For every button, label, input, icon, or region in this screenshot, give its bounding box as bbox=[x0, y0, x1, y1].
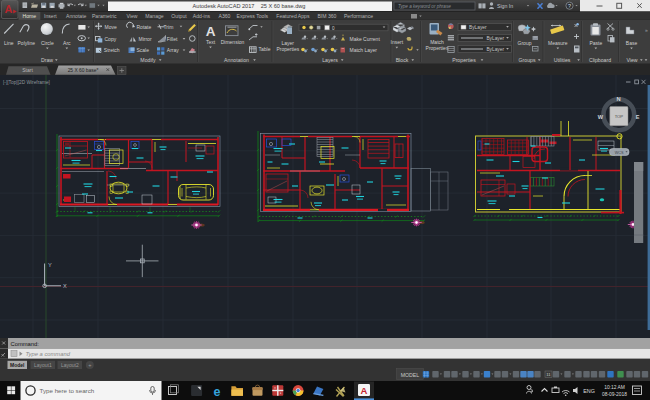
svg-text:Type a keyword or phrase: Type a keyword or phrase bbox=[398, 4, 451, 9]
svg-text:?: ? bbox=[568, 3, 571, 9]
svg-text:25 X 60 base*: 25 X 60 base* bbox=[68, 68, 99, 73]
svg-text:Properties: Properties bbox=[276, 46, 299, 52]
svg-text:Annotate: Annotate bbox=[66, 13, 87, 19]
svg-text:ByLayer: ByLayer bbox=[486, 47, 504, 52]
svg-text:[-][Top][2D Wireframe]: [-][Top][2D Wireframe] bbox=[3, 80, 50, 85]
svg-text:Text: Text bbox=[206, 39, 216, 45]
svg-text:Express Tools: Express Tools bbox=[236, 13, 268, 19]
svg-text:10:12 AM: 10:12 AM bbox=[604, 385, 625, 390]
svg-text:Fillet: Fillet bbox=[167, 36, 178, 42]
svg-text:Featured Apps: Featured Apps bbox=[276, 13, 310, 19]
svg-text:Parametric: Parametric bbox=[92, 13, 117, 19]
svg-text:N: N bbox=[616, 96, 620, 102]
svg-text:Copy: Copy bbox=[105, 36, 117, 42]
svg-text:A: A bbox=[361, 385, 368, 396]
svg-text:Add-ins: Add-ins bbox=[193, 13, 211, 19]
svg-text:Layer: Layer bbox=[282, 40, 295, 46]
svg-text:E: E bbox=[636, 114, 640, 120]
svg-text:Rotate: Rotate bbox=[137, 24, 152, 30]
svg-text:Layout1: Layout1 bbox=[34, 362, 52, 368]
svg-text:Autodesk AutoCAD 2017 25 X: Autodesk AutoCAD 2017 25 X 60 base.dwg bbox=[193, 3, 306, 9]
svg-text:Y: Y bbox=[48, 262, 52, 268]
svg-text:Draw: Draw bbox=[41, 57, 53, 63]
svg-text:Layers: Layers bbox=[322, 57, 338, 63]
svg-text:Circle: Circle bbox=[41, 40, 54, 46]
svg-text:Mirror: Mirror bbox=[139, 36, 152, 42]
svg-text:+: + bbox=[88, 362, 91, 368]
svg-text:»: » bbox=[645, 27, 648, 33]
svg-text:Stretch: Stretch bbox=[104, 47, 120, 53]
svg-text:X: X bbox=[63, 283, 67, 289]
svg-text:Properties: Properties bbox=[452, 57, 476, 63]
svg-text:Base: Base bbox=[626, 40, 638, 46]
svg-text:Insert: Insert bbox=[391, 39, 404, 45]
svg-text:Trim: Trim bbox=[164, 24, 174, 30]
svg-text:Make Current: Make Current bbox=[350, 36, 381, 42]
svg-text:Line: Line bbox=[4, 40, 14, 46]
svg-text:Home: Home bbox=[23, 13, 37, 19]
svg-text:ByLayer: ByLayer bbox=[469, 25, 487, 30]
svg-text:A: A bbox=[206, 24, 216, 39]
svg-text:e: e bbox=[213, 385, 220, 399]
svg-text:MODEL: MODEL bbox=[401, 372, 420, 378]
svg-text:Arc: Arc bbox=[63, 40, 71, 46]
svg-text:ByLayer: ByLayer bbox=[486, 36, 504, 41]
svg-text:08-09-2018: 08-09-2018 bbox=[602, 392, 627, 397]
svg-text:Output: Output bbox=[171, 13, 187, 19]
svg-text:Layout2: Layout2 bbox=[61, 362, 79, 368]
svg-text:Match: Match bbox=[430, 39, 444, 45]
svg-text:Properties: Properties bbox=[426, 45, 449, 51]
svg-text:Match Layer: Match Layer bbox=[350, 47, 378, 53]
svg-text:Performance: Performance bbox=[344, 13, 373, 19]
svg-text:Polyline: Polyline bbox=[18, 40, 36, 46]
svg-text:Measure: Measure bbox=[548, 40, 568, 46]
svg-text:Manage: Manage bbox=[145, 13, 164, 19]
svg-text:0: 0 bbox=[332, 26, 335, 31]
svg-text:Group: Group bbox=[518, 40, 532, 46]
svg-text:ENG: ENG bbox=[583, 388, 595, 394]
svg-text:TOP: TOP bbox=[615, 114, 624, 119]
svg-text:Paste: Paste bbox=[589, 40, 602, 46]
svg-text:Command:: Command: bbox=[11, 341, 40, 347]
svg-text:W: W bbox=[598, 114, 604, 120]
svg-text:Block: Block bbox=[396, 57, 409, 63]
svg-text:Groups: Groups bbox=[518, 57, 535, 63]
svg-text:Utilities: Utilities bbox=[554, 57, 571, 63]
svg-text:View: View bbox=[626, 57, 637, 63]
svg-text:Scale: Scale bbox=[137, 47, 150, 53]
svg-text:BIM 360: BIM 360 bbox=[317, 13, 336, 19]
svg-text:View: View bbox=[127, 13, 138, 19]
svg-text:Modify: Modify bbox=[140, 57, 156, 63]
svg-text:Type here to search: Type here to search bbox=[40, 387, 95, 394]
svg-text:Insert: Insert bbox=[44, 13, 57, 19]
svg-text:Model: Model bbox=[10, 362, 25, 368]
svg-text:A: A bbox=[4, 3, 12, 15]
svg-text:A360: A360 bbox=[219, 13, 231, 19]
svg-text:Array: Array bbox=[167, 47, 179, 53]
svg-text:Type a command: Type a command bbox=[26, 351, 71, 357]
svg-text:11: 11 bbox=[546, 372, 551, 377]
svg-text:Clipboard: Clipboard bbox=[589, 57, 611, 63]
svg-text:Start: Start bbox=[22, 67, 33, 73]
svg-text:Table: Table bbox=[259, 46, 271, 52]
svg-text:WCS: WCS bbox=[615, 151, 624, 155]
svg-text:Annotation: Annotation bbox=[224, 57, 249, 63]
svg-text:Sign In: Sign In bbox=[497, 3, 513, 9]
svg-text:Move: Move bbox=[105, 24, 117, 30]
svg-text:Dimension: Dimension bbox=[221, 39, 245, 45]
